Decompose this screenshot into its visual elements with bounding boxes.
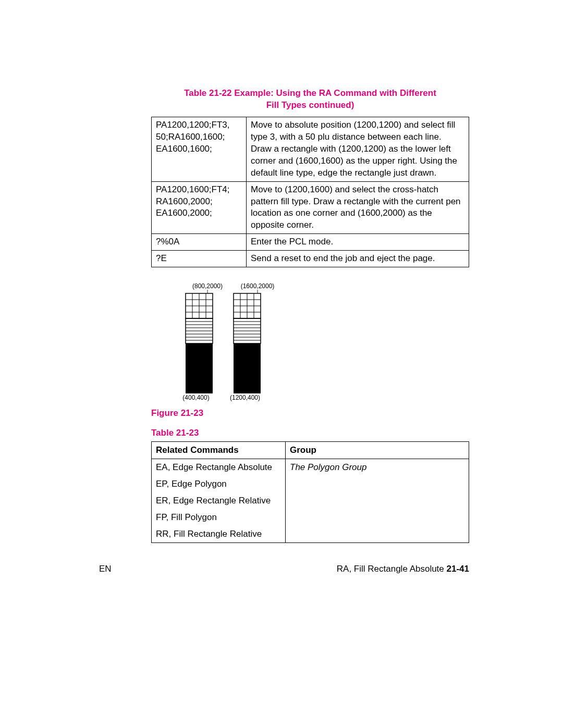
th-related: Related Commands [152,442,286,459]
left-hatch [186,318,213,343]
table1-caption: Table 21-22 Example: Using the RA Comman… [151,88,469,112]
table-row: EA, Edge Rectangle Absolute The Polygon … [152,459,469,476]
table2-label: Table 21-23 [151,428,469,438]
page-footer: EN RA, Fill Rectangle Absolute 21-41 [151,564,469,574]
table-row: PA1200,1600;FT4; RA1600,2000; EA1600,200… [152,181,469,234]
figure-label: Figure 21-23 [151,408,469,418]
cmd-cell: ?E [152,251,247,267]
table-row: EP, Edge Polygon [152,476,469,492]
footer-left: EN [99,564,112,574]
table-row: ER, Edge Rectangle Relative [152,492,469,509]
desc-cell: Move to absolute position (1200,1200) an… [247,117,469,181]
cmd-cell: ER, Edge Rectangle Relative [152,492,286,509]
table2: Related Commands Group EA, Edge Rectangl… [151,441,469,543]
figure-21-23: (800,2000) (1600,2000) (400,400) (1200,4… [175,282,469,403]
coord-bl: (400,400) [182,394,209,401]
table-header-row: Related Commands Group [152,442,469,459]
coord-tr: (1600,2000) [241,282,275,290]
desc-cell: Move to (1200,1600) and select the cross… [247,181,469,234]
footer-page: 21-41 [447,564,469,574]
group-cell: The Polygon Group [286,459,469,476]
table-row: RR, Fill Rectangle Relative [152,526,469,543]
group-cell [286,509,469,526]
group-cell [286,476,469,492]
right-crosshatch [234,293,261,318]
table1: PA1200,1200;FT3, 50;RA1600,1600; EA1600,… [151,117,469,267]
left-crosshatch [186,293,213,318]
desc-cell: Send a reset to end the job and eject th… [247,251,469,267]
footer-section: RA, Fill Rectangle Absolute [337,564,447,574]
table1-caption-l1: Table 21-22 Example: Using the RA Comman… [184,88,436,98]
group-cell [286,526,469,543]
desc-cell: Enter the PCL mode. [247,234,469,251]
footer-right: RA, Fill Rectangle Absolute 21-41 [337,564,469,574]
table1-caption-l2: Fill Types continued) [266,100,354,110]
table-row: ?E Send a reset to end the job and eject… [152,251,469,267]
cmd-cell: ?%0A [152,234,247,251]
th-group: Group [286,442,469,459]
right-hatch [234,318,261,343]
cmd-cell: PA1200,1200;FT3, 50;RA1600,1600; EA1600,… [152,117,247,181]
group-cell [286,492,469,509]
figure-svg: (800,2000) (1600,2000) (400,400) (1200,4… [175,282,311,403]
cmd-cell: RR, Fill Rectangle Relative [152,526,286,543]
coord-tl: (800,2000) [192,282,223,290]
cmd-cell: EP, Edge Polygon [152,476,286,492]
right-solid [234,343,261,393]
left-solid [186,343,213,393]
cmd-cell: PA1200,1600;FT4; RA1600,2000; EA1600,200… [152,181,247,234]
cmd-cell: EA, Edge Rectangle Absolute [152,459,286,476]
table-row: FP, Fill Polygon [152,509,469,526]
table-row: ?%0A Enter the PCL mode. [152,234,469,251]
table-row: PA1200,1200;FT3, 50;RA1600,1600; EA1600,… [152,117,469,181]
coord-br: (1200,400) [230,394,260,401]
cmd-cell: FP, Fill Polygon [152,509,286,526]
